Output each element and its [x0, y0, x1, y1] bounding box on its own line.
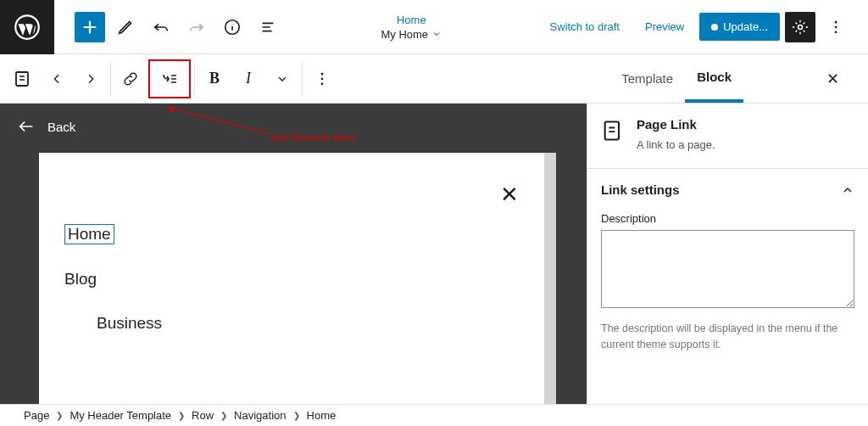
link-button[interactable] — [114, 63, 147, 95]
chevron-right-icon: ❯ — [178, 411, 185, 420]
link-settings-title: Link settings — [601, 182, 680, 197]
settings-button[interactable] — [785, 12, 815, 42]
nav-list: Home Blog Business — [64, 224, 519, 333]
add-block-button[interactable] — [75, 12, 105, 42]
description-help: The description will be displayed in the… — [601, 321, 854, 353]
canvas-area: Back ✕ Home Blog Business — [0, 104, 587, 404]
block-options-button[interactable] — [306, 63, 338, 95]
chevron-right-icon: ❯ — [293, 411, 300, 420]
separator — [194, 63, 195, 95]
breadcrumb-item[interactable]: Navigation — [234, 409, 286, 422]
redo-button[interactable] — [181, 12, 212, 42]
top-bar: Home My Home Switch to draft Preview Upd… — [0, 0, 868, 54]
more-options-button[interactable] — [821, 12, 851, 42]
description-textarea[interactable] — [601, 230, 854, 308]
close-panel-button[interactable]: ✕ — [820, 66, 846, 92]
svg-rect-6 — [16, 72, 28, 86]
svg-point-3 — [835, 20, 837, 23]
chevron-up-icon — [841, 183, 854, 197]
breadcrumb-item[interactable]: Home — [307, 409, 337, 422]
tab-template[interactable]: Template — [609, 56, 685, 101]
link-settings-panel: Link settings Description The descriptio… — [587, 168, 868, 367]
canvas-close-button[interactable]: ✕ — [500, 182, 519, 208]
block-header: Page Link A link to a page. — [587, 104, 868, 168]
block-toolbar-left: B I — [7, 59, 338, 98]
italic-button[interactable]: I — [232, 63, 264, 95]
more-formatting-button[interactable] — [266, 63, 298, 95]
separator — [110, 63, 111, 95]
sidebar-tabs: Template Block ✕ — [609, 54, 846, 103]
page-link-icon — [601, 119, 625, 143]
svg-point-7 — [321, 72, 324, 75]
settings-sidebar: Page Link A link to a page. Link setting… — [587, 104, 868, 404]
annotation-label: Add Submenu Items — [271, 132, 356, 143]
top-left-tools — [54, 12, 283, 42]
preview-button[interactable]: Preview — [635, 14, 694, 40]
add-submenu-button[interactable] — [148, 59, 191, 98]
svg-point-2 — [798, 25, 803, 29]
update-button-label: Update... — [723, 20, 768, 33]
back-label: Back — [47, 120, 75, 134]
document-title[interactable]: My Home — [381, 28, 442, 41]
chevron-right-icon: ❯ — [56, 411, 63, 420]
svg-point-4 — [835, 25, 837, 28]
svg-point-9 — [321, 82, 324, 85]
move-left-button[interactable] — [41, 63, 73, 95]
block-title: Page Link — [637, 117, 715, 132]
list-view-button[interactable] — [253, 12, 283, 42]
breadcrumb-item[interactable]: Page — [24, 409, 49, 422]
editor-canvas[interactable]: ✕ Home Blog Business — [39, 153, 556, 404]
update-button[interactable]: Update... — [699, 13, 780, 41]
wordpress-logo[interactable] — [0, 0, 54, 54]
nav-item-home[interactable]: Home — [64, 224, 114, 244]
undo-button[interactable] — [146, 12, 176, 42]
nav-item-business[interactable]: Business — [97, 314, 162, 333]
move-right-button[interactable] — [75, 63, 107, 95]
nav-item-blog[interactable]: Blog — [64, 270, 97, 289]
back-arrow-icon — [17, 117, 36, 136]
link-settings-toggle[interactable]: Link settings — [601, 182, 854, 197]
chevron-right-icon: ❯ — [220, 411, 227, 420]
svg-point-8 — [321, 77, 324, 80]
document-title-area: Home My Home — [283, 14, 540, 41]
svg-rect-12 — [605, 122, 619, 140]
bold-button[interactable]: B — [198, 63, 231, 95]
top-right-actions: Switch to draft Preview Update... — [540, 12, 868, 42]
tab-block[interactable]: Block — [685, 54, 743, 103]
parent-link[interactable]: Home — [397, 14, 426, 26]
block-toolbar: B I Template Block ✕ — [0, 54, 868, 104]
svg-point-5 — [835, 31, 837, 33]
block-description: A link to a page. — [637, 138, 715, 151]
description-label: Description — [601, 212, 854, 225]
switch-to-draft-button[interactable]: Switch to draft — [540, 14, 630, 40]
edit-tool-button[interactable] — [110, 12, 141, 42]
unsaved-dot-icon — [711, 24, 718, 31]
breadcrumb-item[interactable]: Row — [192, 409, 214, 422]
separator — [302, 63, 303, 95]
breadcrumb: Page❯ My Header Template❯ Row❯ Navigatio… — [0, 404, 868, 426]
main-row: Back ✕ Home Blog Business Page Link A li… — [0, 104, 868, 404]
breadcrumb-item[interactable]: My Header Template — [70, 409, 171, 422]
page-link-block-icon[interactable] — [7, 63, 39, 95]
info-button[interactable] — [217, 12, 248, 42]
document-title-text: My Home — [381, 28, 428, 41]
